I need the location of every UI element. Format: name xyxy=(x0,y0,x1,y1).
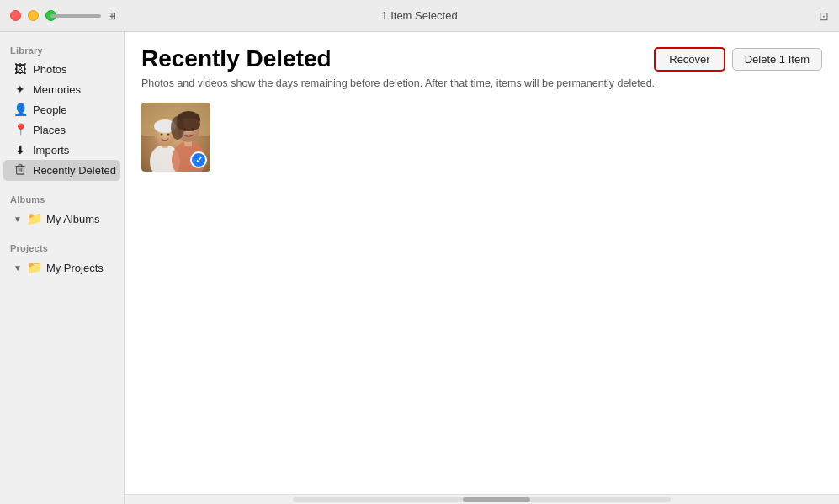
window-controls xyxy=(10,10,56,21)
svg-point-16 xyxy=(171,116,184,140)
sidebar-label-places: Places xyxy=(33,124,66,136)
sidebar-label-photos: Photos xyxy=(33,63,66,76)
title-bar: ⊞ 1 Item Selected ⊡ xyxy=(0,0,839,32)
albums-section-label: Albums xyxy=(0,188,124,208)
chevron-right-icon: ▼ xyxy=(13,263,22,273)
photo-thumbnail[interactable] xyxy=(141,103,210,172)
svg-point-15 xyxy=(191,128,194,131)
project-folder-icon: 📁 xyxy=(27,260,43,275)
places-icon: 📍 xyxy=(13,123,27,136)
sidebar-label-my-albums: My Albums xyxy=(46,213,100,225)
window-title: 1 Item Selected xyxy=(381,9,457,22)
sidebar-item-memories[interactable]: ✦ Memories xyxy=(3,79,120,99)
sidebar-item-people[interactable]: 👤 People xyxy=(3,99,120,119)
svg-point-7 xyxy=(161,134,163,136)
close-button[interactable] xyxy=(10,10,21,21)
album-folder-icon: 📁 xyxy=(27,211,43,226)
sidebar-label-recently-deleted: Recently Deleted xyxy=(33,164,116,177)
title-right-icon: ⊡ xyxy=(819,9,829,23)
page-title: Recently Deleted xyxy=(141,45,332,72)
sidebar-group-my-albums[interactable]: ▼ 📁 My Albums xyxy=(3,208,120,230)
photo-grid xyxy=(125,99,839,494)
minimize-button[interactable] xyxy=(28,10,39,21)
app-body: Library 🖼 Photos ✦ Memories 👤 People 📍 P… xyxy=(0,32,839,504)
title-bar-extras: ⊞ xyxy=(50,10,116,22)
sidebar-label-my-projects: My Projects xyxy=(46,262,104,274)
memories-icon: ✦ xyxy=(13,82,27,96)
svg-point-8 xyxy=(167,134,170,136)
scrollbar-track[interactable] xyxy=(293,497,671,502)
photos-icon: 🖼 xyxy=(13,62,27,76)
main-content: Recently Deleted Recover Delete 1 Item P… xyxy=(125,32,839,504)
sidebar-group-my-projects[interactable]: ▼ 📁 My Projects xyxy=(3,257,120,279)
trash-icon xyxy=(13,163,27,178)
recover-button[interactable]: Recover xyxy=(654,47,725,72)
sidebar: Library 🖼 Photos ✦ Memories 👤 People 📍 P… xyxy=(0,32,125,504)
content-header: Recently Deleted Recover Delete 1 Item xyxy=(125,32,839,72)
sidebar-item-photos[interactable]: 🖼 Photos xyxy=(3,59,120,79)
delete-button[interactable]: Delete 1 Item xyxy=(732,48,822,71)
library-section-label: Library xyxy=(0,39,124,59)
sidebar-label-imports: Imports xyxy=(33,144,69,157)
header-actions: Recover Delete 1 Item xyxy=(654,47,822,72)
people-icon: 👤 xyxy=(13,103,27,116)
selection-badge xyxy=(190,151,207,168)
imports-icon: ⬇ xyxy=(13,143,27,157)
sidebar-item-recently-deleted[interactable]: Recently Deleted xyxy=(3,160,120,181)
projects-section-label: Projects xyxy=(0,236,124,257)
sidebar-item-places[interactable]: 📍 Places xyxy=(3,119,120,140)
slider-control[interactable] xyxy=(50,14,101,18)
scrollbar-area[interactable] xyxy=(125,494,839,504)
sidebar-item-imports[interactable]: ⬇ Imports xyxy=(3,140,120,160)
chevron-down-icon: ▼ xyxy=(13,215,22,224)
sidebar-label-people: People xyxy=(33,103,66,116)
scrollbar-thumb[interactable] xyxy=(463,497,530,502)
sidebar-label-memories: Memories xyxy=(33,83,81,96)
content-subtitle: Photos and videos show the days remainin… xyxy=(125,72,839,99)
